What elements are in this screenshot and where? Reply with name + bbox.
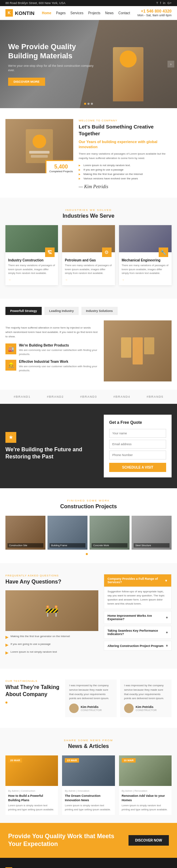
project-img-1[interactable]: Construction Site (5, 516, 45, 550)
accordion-header-2[interactable]: Home Improvement Works Are Expensive? + (104, 611, 171, 624)
cta-icon: ★ (5, 432, 16, 443)
tab-strategy[interactable]: Powerfull Strategy (5, 307, 42, 315)
testi-dot-2[interactable] (9, 702, 11, 704)
faq-item-text-1: Making this the first true generator on … (11, 634, 70, 638)
tab-solutions[interactable]: Industry Solutions (81, 307, 118, 315)
industry-name-2: Petroleum and Gas (65, 258, 112, 262)
nav-link-projects[interactable]: Projects (88, 11, 100, 15)
projects-section: FINISHED SOME WORK Construction Projects… (0, 488, 177, 563)
about-list-item-3: Making this the first true generator on … (79, 172, 172, 176)
about-image-container: 5,400 Completed Projects (5, 119, 73, 173)
industry-name-3: Mechanical Engineering (122, 258, 169, 262)
industry-text-2: There are many variations of passages of… (65, 263, 112, 275)
strategy-item-1: 🏭 We're Building Better Products We are … (5, 343, 98, 356)
testi-author-info-1: Kim Petridis CONSTRUCTOR (81, 705, 102, 712)
hero-section: We Provide Quality Building Materials We… (0, 20, 177, 108)
topbar: 88 Road Broklyn Street, 600 New York, US… (0, 0, 177, 6)
faq-accordion: Company Provides a Full Range of Service… (104, 574, 172, 658)
industry-body-2: Petroleum and Gas There are many variati… (62, 252, 115, 285)
faq-item-text-3: Lorem ipsum is not simply random text (11, 650, 57, 654)
industries-title: Industries We Serve (5, 213, 172, 219)
hero-pagination (84, 103, 93, 105)
strategy-inner: The majority have suffered alteration in… (5, 320, 172, 381)
industries-tag: INDUSTRIES WE SOLVED (5, 209, 172, 212)
nav-link-news[interactable]: News (105, 11, 114, 15)
cta-submit-button[interactable]: SCHEDULE A VISIT (109, 463, 166, 472)
partner-4: #BRAND4 (113, 395, 130, 398)
accordion-header-3[interactable]: Taking Seamless Key Performance Indicato… (104, 626, 171, 638)
cta-form-title: Get a Free Quote (109, 420, 166, 425)
hero-cta-button[interactable]: DISCOVER MORE (8, 78, 45, 86)
accordion-header-4[interactable]: Altering Construction Project Program + (104, 641, 171, 650)
accordion-header-1[interactable]: Company Provides a Full Range of Service… (104, 574, 171, 587)
about-list-item-4: Various versions have evolved over the y… (79, 176, 172, 181)
about-stats-badge: 5,400 Completed Projects (45, 160, 73, 173)
nav-link-pages[interactable]: Pages (56, 11, 65, 15)
faq-checklist: ▶ Making this the first true generator o… (5, 634, 98, 655)
testimonials-title: What They're Talking About Company (5, 684, 60, 698)
project-dot-2[interactable] (89, 553, 91, 555)
cta-bottom-text: Provide You Quality Work that Meets Your… (8, 832, 129, 848)
faq-item-1: ▶ Making this the first true generator o… (5, 634, 98, 639)
projects-pagination (5, 553, 172, 555)
hero-dot-3[interactable] (91, 103, 93, 105)
news-tag: SHARE SOME NEWS FROM (5, 739, 172, 742)
industry-img-mechanical: 🔧 (119, 225, 172, 252)
nav-link-home[interactable]: Home (42, 11, 51, 15)
nav-link-contact[interactable]: Contact (118, 11, 130, 15)
news-card-2: 15 MAR By Admin | Innovation The Dream C… (62, 755, 115, 815)
hero-title: We Provide Quality Building Materials (8, 42, 97, 60)
project-dot-1[interactable] (86, 553, 88, 555)
industry-card-petroleum: ⚙ Petroleum and Gas There are many varia… (62, 225, 115, 285)
testi-text-2: I was impressed by the company service b… (124, 684, 168, 701)
strategy-item-title-1: We're Building Better Products (19, 343, 98, 347)
partner-2: #BRAND2 (47, 395, 64, 398)
news-title-1: How to Build a Powerful Building Plans (8, 794, 55, 802)
cta-form: Get a Free Quote SCHEDULE A VISIT (104, 415, 172, 477)
strategy-item-2: 👷 Effective Industrial Team Work We are … (5, 360, 98, 373)
industry-link-3[interactable]: → (122, 278, 124, 281)
accordion-item-3: Taking Seamless Key Performance Indicato… (104, 626, 172, 639)
faq-item-3: ▶ Lorem ipsum is not simply random text (5, 650, 98, 655)
news-meta-2: By Admin | Innovation (65, 789, 112, 792)
strategy-item-content-2: Effective Industrial Team Work We are co… (19, 360, 98, 373)
news-body-1: By Admin | Construction How to Build a P… (5, 786, 58, 815)
accordion-item-1: Company Provides a Full Range of Service… (104, 574, 172, 609)
cta-email-input[interactable] (109, 440, 166, 449)
nav-link-services[interactable]: Services (71, 11, 83, 15)
hero-next-arrow[interactable]: › (168, 61, 174, 67)
faq-title: Have Any Questions? (5, 578, 98, 586)
projects-grid: Construction Site Building Frame Concret… (5, 516, 172, 550)
cta-phone-input[interactable] (109, 451, 166, 459)
strategy-item-text-1: We are commonly use our customer satisfa… (19, 348, 98, 356)
accordion-arrow-1: ▼ (164, 579, 168, 583)
cta-name-input[interactable] (109, 429, 166, 438)
footer: K KONTIN Great Experience for Building C… (0, 858, 177, 868)
topbar-address: 88 Road Broklyn Street, 600 New York, US… (5, 1, 65, 5)
strategy-item-title-2: Effective Industrial Team Work (19, 360, 98, 363)
logo-text: KONTIN (15, 10, 35, 16)
testi-dot-1[interactable] (5, 702, 7, 704)
industry-link-2[interactable]: → (65, 278, 67, 281)
about-list-item-2: If you are going to use a passage (79, 167, 172, 172)
project-img-3[interactable]: Concrete Work (90, 516, 130, 550)
news-title: News & Articles (5, 743, 172, 749)
about-tag: WELCOME TO COMPANY (79, 119, 172, 122)
project-img-2[interactable]: Building Frame (47, 516, 87, 550)
about-body-text: There are many variations of passages of… (79, 152, 172, 161)
news-img-2: 15 MAR (62, 755, 115, 786)
industry-img-petroleum: ⚙ (62, 225, 115, 252)
hero-dot-2[interactable] (87, 103, 90, 105)
hero-dot-1[interactable] (84, 103, 86, 105)
industry-body-1: Industry Construction There are many var… (5, 252, 58, 285)
news-date-1: 20 MAR (8, 758, 22, 763)
cta-bottom-button[interactable]: DISCOVER NOW (129, 835, 169, 846)
projects-title: Construction Projects (5, 504, 172, 510)
strategy-icon-1: 🏭 (5, 343, 16, 354)
industry-icon-3: 🔧 (159, 248, 168, 257)
tab-industry[interactable]: Leading Industry (44, 307, 79, 315)
project-img-4[interactable]: Steel Structure (132, 516, 172, 550)
industry-link-1[interactable]: → (8, 278, 11, 281)
news-card-3: 10 MAR By Admin | Renovation Renovation … (119, 755, 172, 815)
accordion-content-1: Suggestion follow-ups of any appropriate… (104, 587, 171, 609)
